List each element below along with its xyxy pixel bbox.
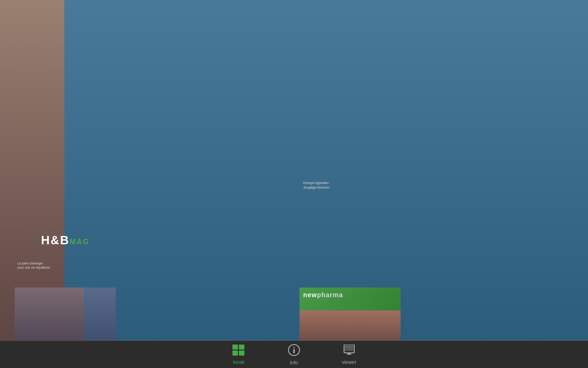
svg-rect-25 (294, 349, 295, 353)
svg-point-24 (294, 347, 295, 348)
magazine-cover-nl-expert: Ontdek nu het digitale magazine ▶ (300, 208, 401, 272)
svg-rect-31 (347, 354, 351, 355)
tab-bar: kiosk info viewer (0, 340, 588, 368)
tab-viewer[interactable]: viewer (322, 341, 377, 368)
svg-rect-21 (232, 351, 238, 356)
magazine-cover-newpharma: newpharma Pharmacie devoyage: (300, 288, 401, 340)
svg-rect-32 (348, 353, 350, 354)
tab-viewer-label: viewer (342, 359, 356, 365)
tab-info-label: info (290, 360, 298, 365)
tab-kiosk-label: kiosk (233, 359, 244, 365)
magazine-list: Delhaize magazine Spécial réveillons Les… (0, 36, 588, 340)
svg-rect-29 (345, 347, 351, 347)
magazine-item-nl-expert: Ontdek nu het digitale magazine ▶ NL Exp… (294, 201, 579, 280)
kiosk-icon (232, 345, 245, 357)
svg-rect-22 (239, 351, 244, 356)
svg-rect-30 (345, 348, 352, 348)
magazine-cover-fr-expert: Expert magazine (15, 288, 116, 340)
svg-rect-20 (239, 345, 244, 350)
svg-rect-19 (232, 345, 238, 350)
info-icon (288, 344, 300, 358)
viewer-icon (343, 345, 355, 357)
svg-rect-28 (345, 346, 353, 346)
magazine-grid: Delhaize magazine Spécial réveillons Les… (9, 41, 579, 340)
tab-kiosk[interactable]: kiosk (211, 341, 266, 368)
tab-info[interactable]: info (266, 341, 322, 368)
